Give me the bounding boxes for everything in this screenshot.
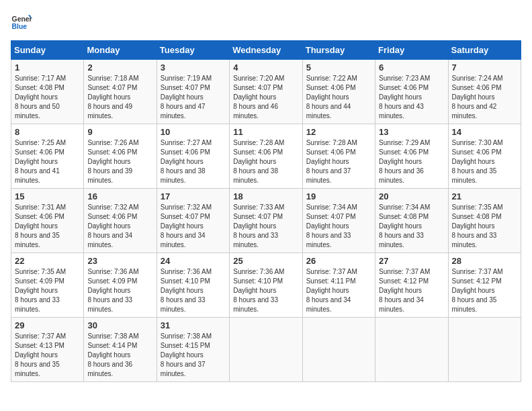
calendar-cell: 2 Sunrise: 7:18 AM Sunset: 4:07 PM Dayli… [84,60,157,124]
calendar-cell: 20 Sunrise: 7:34 AM Sunset: 4:08 PM Dayl… [375,189,448,253]
day-number: 24 [161,256,226,266]
calendar-cell: 24 Sunrise: 7:36 AM Sunset: 4:10 PM Dayl… [157,253,229,318]
weekday-header-row: SundayMondayTuesdayWednesdayThursdayFrid… [11,41,521,60]
day-number: 19 [306,191,371,201]
day-info: Sunrise: 7:34 AM Sunset: 4:08 PM Dayligh… [379,203,444,250]
calendar-table: SundayMondayTuesdayWednesdayThursdayFrid… [11,40,521,382]
calendar-cell: 19 Sunrise: 7:34 AM Sunset: 4:07 PM Dayl… [302,189,375,253]
calendar-week-2: 8 Sunrise: 7:25 AM Sunset: 4:06 PM Dayli… [11,124,521,189]
day-number: 8 [15,127,80,137]
day-number: 6 [379,62,444,73]
weekday-header-saturday: Saturday [448,41,521,60]
day-number: 20 [379,191,444,201]
calendar-week-5: 29 Sunrise: 7:37 AM Sunset: 4:13 PM Dayl… [11,318,521,382]
weekday-header-friday: Friday [375,41,448,60]
day-number: 29 [15,320,80,330]
day-info: Sunrise: 7:32 AM Sunset: 4:07 PM Dayligh… [161,203,226,250]
calendar-cell: 27 Sunrise: 7:37 AM Sunset: 4:12 PM Dayl… [375,253,448,318]
day-info: Sunrise: 7:25 AM Sunset: 4:06 PM Dayligh… [15,138,80,185]
day-info: Sunrise: 7:38 AM Sunset: 4:14 PM Dayligh… [87,332,152,379]
day-info: Sunrise: 7:20 AM Sunset: 4:07 PM Dayligh… [233,74,298,121]
day-number: 31 [161,320,226,330]
day-number: 7 [452,62,517,73]
day-info: Sunrise: 7:37 AM Sunset: 4:13 PM Dayligh… [15,332,80,379]
calendar-cell: 11 Sunrise: 7:28 AM Sunset: 4:06 PM Dayl… [230,124,302,189]
day-info: Sunrise: 7:30 AM Sunset: 4:06 PM Dayligh… [452,138,517,185]
day-info: Sunrise: 7:32 AM Sunset: 4:06 PM Dayligh… [87,203,152,250]
calendar-week-3: 15 Sunrise: 7:31 AM Sunset: 4:06 PM Dayl… [11,189,521,253]
day-number: 5 [306,62,371,73]
day-number: 15 [15,191,80,201]
calendar-header: SundayMondayTuesdayWednesdayThursdayFrid… [11,41,521,60]
calendar-cell: 31 Sunrise: 7:38 AM Sunset: 4:15 PM Dayl… [157,318,229,382]
calendar-cell: 25 Sunrise: 7:36 AM Sunset: 4:10 PM Dayl… [230,253,302,318]
day-info: Sunrise: 7:34 AM Sunset: 4:07 PM Dayligh… [306,203,371,250]
calendar-cell: 21 Sunrise: 7:35 AM Sunset: 4:08 PM Dayl… [448,189,521,253]
calendar-cell: 6 Sunrise: 7:23 AM Sunset: 4:06 PM Dayli… [375,60,448,124]
calendar-cell [302,318,375,382]
day-info: Sunrise: 7:36 AM Sunset: 4:09 PM Dayligh… [87,267,152,314]
day-number: 17 [161,191,226,201]
day-number: 27 [379,256,444,266]
calendar-cell: 1 Sunrise: 7:17 AM Sunset: 4:08 PM Dayli… [11,60,84,124]
day-info: Sunrise: 7:29 AM Sunset: 4:06 PM Dayligh… [379,138,444,185]
calendar-cell: 9 Sunrise: 7:26 AM Sunset: 4:06 PM Dayli… [84,124,157,189]
day-info: Sunrise: 7:35 AM Sunset: 4:09 PM Dayligh… [15,267,80,314]
day-number: 1 [15,62,80,73]
day-info: Sunrise: 7:27 AM Sunset: 4:06 PM Dayligh… [161,138,226,185]
day-info: Sunrise: 7:24 AM Sunset: 4:06 PM Dayligh… [452,74,517,121]
calendar-cell: 13 Sunrise: 7:29 AM Sunset: 4:06 PM Dayl… [375,124,448,189]
logo-icon: General Blue [11,11,32,32]
day-info: Sunrise: 7:36 AM Sunset: 4:10 PM Dayligh… [233,267,298,314]
day-number: 3 [161,62,226,73]
day-info: Sunrise: 7:28 AM Sunset: 4:06 PM Dayligh… [233,138,298,185]
calendar-cell: 7 Sunrise: 7:24 AM Sunset: 4:06 PM Dayli… [448,60,521,124]
day-info: Sunrise: 7:31 AM Sunset: 4:06 PM Dayligh… [15,203,80,250]
weekday-header-monday: Monday [84,41,157,60]
day-number: 10 [161,127,226,137]
day-number: 9 [87,127,152,137]
day-number: 13 [379,127,444,137]
day-info: Sunrise: 7:18 AM Sunset: 4:07 PM Dayligh… [87,74,152,121]
svg-text:General: General [12,15,32,23]
day-number: 21 [452,191,517,201]
day-number: 30 [87,320,152,330]
calendar-cell: 18 Sunrise: 7:33 AM Sunset: 4:07 PM Dayl… [230,189,302,253]
day-info: Sunrise: 7:19 AM Sunset: 4:07 PM Dayligh… [161,74,226,121]
day-info: Sunrise: 7:28 AM Sunset: 4:06 PM Dayligh… [306,138,371,185]
calendar-cell: 12 Sunrise: 7:28 AM Sunset: 4:06 PM Dayl… [302,124,375,189]
day-number: 4 [233,62,298,73]
calendar-cell: 15 Sunrise: 7:31 AM Sunset: 4:06 PM Dayl… [11,189,84,253]
day-info: Sunrise: 7:38 AM Sunset: 4:15 PM Dayligh… [161,332,226,379]
day-number: 25 [233,256,298,266]
calendar-week-1: 1 Sunrise: 7:17 AM Sunset: 4:08 PM Dayli… [11,60,521,124]
day-number: 23 [87,256,152,266]
day-number: 16 [87,191,152,201]
calendar-cell: 17 Sunrise: 7:32 AM Sunset: 4:07 PM Dayl… [157,189,229,253]
calendar-cell: 5 Sunrise: 7:22 AM Sunset: 4:06 PM Dayli… [302,60,375,124]
day-info: Sunrise: 7:37 AM Sunset: 4:11 PM Dayligh… [306,267,371,314]
day-number: 22 [15,256,80,266]
calendar-cell: 4 Sunrise: 7:20 AM Sunset: 4:07 PM Dayli… [230,60,302,124]
weekday-header-tuesday: Tuesday [157,41,229,60]
day-info: Sunrise: 7:37 AM Sunset: 4:12 PM Dayligh… [379,267,444,314]
calendar-cell: 14 Sunrise: 7:30 AM Sunset: 4:06 PM Dayl… [448,124,521,189]
day-number: 14 [452,127,517,137]
page-header: General Blue [11,11,521,32]
weekday-header-thursday: Thursday [302,41,375,60]
calendar-cell [375,318,448,382]
day-number: 28 [452,256,517,266]
day-info: Sunrise: 7:22 AM Sunset: 4:06 PM Dayligh… [306,74,371,121]
calendar-cell [230,318,302,382]
calendar-body: 1 Sunrise: 7:17 AM Sunset: 4:08 PM Dayli… [11,60,521,382]
day-info: Sunrise: 7:17 AM Sunset: 4:08 PM Dayligh… [15,74,80,121]
day-number: 11 [233,127,298,137]
calendar-cell: 30 Sunrise: 7:38 AM Sunset: 4:14 PM Dayl… [84,318,157,382]
day-info: Sunrise: 7:23 AM Sunset: 4:06 PM Dayligh… [379,74,444,121]
calendar-cell: 22 Sunrise: 7:35 AM Sunset: 4:09 PM Dayl… [11,253,84,318]
logo: General Blue [11,11,32,32]
day-info: Sunrise: 7:26 AM Sunset: 4:06 PM Dayligh… [87,138,152,185]
calendar-cell: 16 Sunrise: 7:32 AM Sunset: 4:06 PM Dayl… [84,189,157,253]
calendar-cell: 8 Sunrise: 7:25 AM Sunset: 4:06 PM Dayli… [11,124,84,189]
weekday-header-wednesday: Wednesday [230,41,302,60]
